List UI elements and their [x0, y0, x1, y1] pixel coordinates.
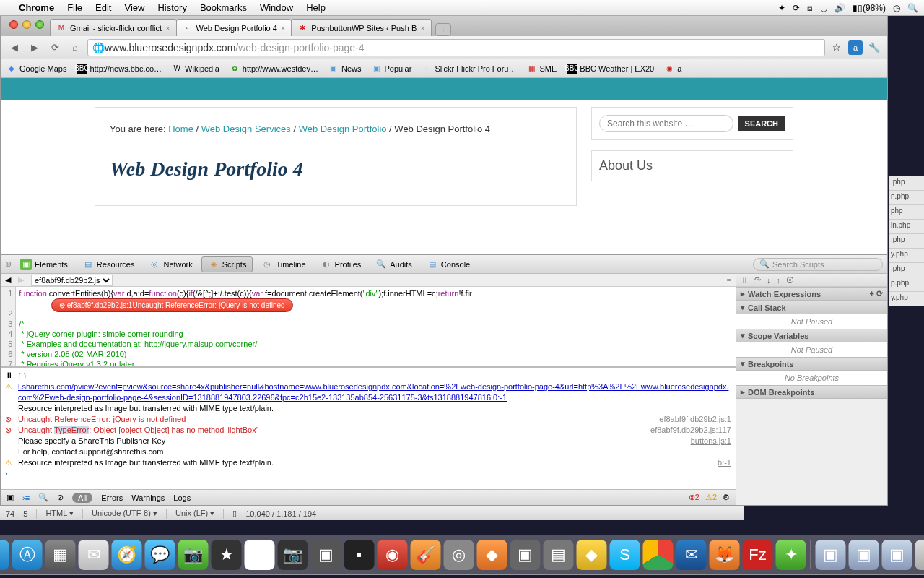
- encoding-select[interactable]: Unicode (UTF-8) ▾: [92, 509, 157, 518]
- ichat-icon[interactable]: 💬: [145, 540, 175, 570]
- step-over-icon[interactable]: ↷: [754, 275, 761, 285]
- bm-slickr[interactable]: ·Slickr Flickr Pro Foru…: [422, 64, 516, 74]
- menu-view[interactable]: View: [124, 2, 144, 13]
- script-file-select[interactable]: ef8abf9f.db29b2.js: [31, 275, 113, 286]
- back-button[interactable]: ◀: [6, 40, 22, 56]
- search-icon[interactable]: 🔍: [38, 493, 48, 502]
- source-pane[interactable]: 1234567891011 function convertEntities(b…: [1, 287, 736, 366]
- step-out-icon[interactable]: ↑: [777, 276, 781, 285]
- pause-on-exception-icon[interactable]: ⏸: [5, 371, 13, 379]
- menu-edit[interactable]: Edit: [95, 2, 111, 13]
- tab-gmail[interactable]: M Gmail - slickr-flickr conflict ×: [50, 19, 177, 36]
- app-icon[interactable]: ▣: [311, 540, 341, 570]
- format-icon[interactable]: ≡: [727, 276, 731, 285]
- thunderbird-icon[interactable]: ✉: [676, 540, 707, 570]
- photobooth-icon[interactable]: 📷: [278, 540, 308, 570]
- battery-icon[interactable]: ▮▯ (98%): [853, 3, 886, 13]
- tab-scripts[interactable]: ◈Scripts: [201, 256, 253, 272]
- site-nav[interactable]: [1, 78, 887, 100]
- minimize-button[interactable]: [22, 20, 31, 29]
- close-tab-icon[interactable]: ×: [420, 24, 424, 33]
- folder-icon[interactable]: ▣: [816, 540, 846, 570]
- bm-sme[interactable]: ▦SME: [526, 64, 557, 74]
- reload-button[interactable]: ⟳: [47, 40, 63, 56]
- tab-profiles[interactable]: ◐Profiles: [315, 257, 367, 272]
- error-count[interactable]: ⊗2: [689, 493, 699, 502]
- console-loc[interactable]: buttons.js:1: [691, 436, 731, 447]
- bm-weather[interactable]: BBCBBC Weather | EX20: [567, 64, 654, 74]
- bm-a[interactable]: ◉a: [664, 64, 681, 74]
- menu-window[interactable]: Window: [260, 2, 293, 13]
- dom-breakpoints-section[interactable]: ▸ DOM Breakpoints: [736, 385, 887, 399]
- tab-resources[interactable]: ▤Resources: [77, 257, 141, 272]
- prev-script-icon[interactable]: ◀: [5, 275, 11, 285]
- trash-icon[interactable]: 🗑: [915, 540, 925, 570]
- close-tab-icon[interactable]: ×: [281, 24, 285, 33]
- eol-select[interactable]: Unix (LF) ▾: [175, 509, 214, 518]
- bm-popular[interactable]: ▣Popular: [371, 64, 411, 74]
- clock-icon[interactable]: ◷: [893, 3, 900, 13]
- deactivate-bp-icon[interactable]: ⦿: [786, 276, 794, 285]
- warn-count[interactable]: ⚠2: [705, 493, 717, 502]
- step-in-icon[interactable]: ↓: [767, 276, 771, 285]
- bm-bbc[interactable]: BBChttp://news.bbc.co…: [77, 64, 162, 74]
- garageband-icon[interactable]: 🎸: [411, 540, 441, 570]
- filter-errors[interactable]: Errors: [101, 493, 123, 502]
- firefox-icon[interactable]: 🦊: [710, 540, 740, 570]
- menu-bookmarks[interactable]: Bookmarks: [200, 2, 247, 13]
- ical-icon[interactable]: 17: [245, 540, 275, 570]
- pause-button[interactable]: ⏸: [741, 276, 749, 285]
- breakpoints-section[interactable]: ▾ Breakpoints: [736, 357, 887, 371]
- bm-wikipedia[interactable]: WWikipedia: [172, 64, 219, 74]
- tab-console[interactable]: ▤Console: [421, 257, 476, 272]
- next-script-icon[interactable]: ▶: [18, 275, 24, 285]
- filter-warnings[interactable]: Warnings: [131, 493, 165, 502]
- tab-pushbutton[interactable]: ✱ PushbuttonWP Sites ‹ Push B ×: [291, 19, 431, 36]
- search-button[interactable]: SEARCH: [738, 116, 785, 131]
- evernote-icon[interactable]: ✦: [778, 3, 785, 13]
- bm-googlemaps[interactable]: ◆Google Maps: [6, 64, 66, 74]
- folder-icon[interactable]: ▣: [849, 540, 879, 570]
- tab-elements[interactable]: ▣Elements: [14, 257, 74, 272]
- bc-portfolio[interactable]: Web Design Portfolio: [299, 124, 387, 134]
- watch-section[interactable]: ▸ Watch Expressions+ ⟳: [736, 287, 887, 301]
- bc-services[interactable]: Web Design Services: [201, 124, 291, 134]
- app-icon[interactable]: ◎: [444, 540, 474, 570]
- console-prompt[interactable]: ›: [5, 468, 8, 479]
- bluetooth-icon[interactable]: ⧈: [807, 3, 813, 13]
- appstore-icon[interactable]: Ⓐ: [12, 540, 43, 570]
- spotlight-icon[interactable]: 🔍: [907, 3, 918, 13]
- tab-timeline[interactable]: ◷Timeline: [256, 257, 311, 272]
- filter-all[interactable]: All: [72, 493, 92, 503]
- safari-icon[interactable]: 🧭: [112, 540, 142, 570]
- wifi-icon[interactable]: ◡: [820, 3, 827, 13]
- folder-icon[interactable]: ▣: [882, 540, 912, 570]
- home-button[interactable]: ⌂: [67, 40, 83, 56]
- filezilla-icon[interactable]: Fz: [743, 540, 773, 570]
- wrench-icon[interactable]: 🔧: [867, 40, 881, 55]
- menu-history[interactable]: History: [157, 2, 186, 13]
- callstack-section[interactable]: ▾ Call Stack: [736, 301, 887, 314]
- forward-button[interactable]: ▶: [27, 40, 43, 56]
- app-icon[interactable]: ▣: [510, 540, 541, 570]
- sync-icon[interactable]: ⟳: [793, 3, 800, 13]
- tab-portfolio[interactable]: ▫ Web Design Portfolio 4 ×: [176, 19, 292, 36]
- clear-icon[interactable]: ⊘: [57, 493, 64, 502]
- facetime-icon[interactable]: 📷: [178, 540, 209, 570]
- extension-icon[interactable]: a: [848, 40, 863, 55]
- console-loc[interactable]: ef8abf9f.db29b2.js:1: [659, 414, 731, 425]
- console-toggle-icon[interactable]: ›≡: [22, 493, 30, 502]
- close-tab-icon[interactable]: ×: [165, 24, 170, 33]
- bm-westdev[interactable]: ✿http://www.westdev…: [230, 64, 318, 74]
- app-icon[interactable]: ▤: [544, 540, 574, 570]
- filter-logs[interactable]: Logs: [173, 493, 191, 502]
- imovie-icon[interactable]: ★: [212, 540, 242, 570]
- close-button[interactable]: [9, 20, 18, 29]
- tab-audits[interactable]: 🔍Audits: [370, 257, 418, 272]
- finder-icon[interactable]: ☻: [0, 540, 9, 570]
- dock-icon[interactable]: ▣: [6, 493, 14, 502]
- menu-file[interactable]: File: [67, 2, 82, 13]
- skype-icon[interactable]: S: [610, 540, 640, 570]
- tab-network[interactable]: ◎Network: [143, 257, 198, 272]
- bc-home[interactable]: Home: [168, 124, 193, 134]
